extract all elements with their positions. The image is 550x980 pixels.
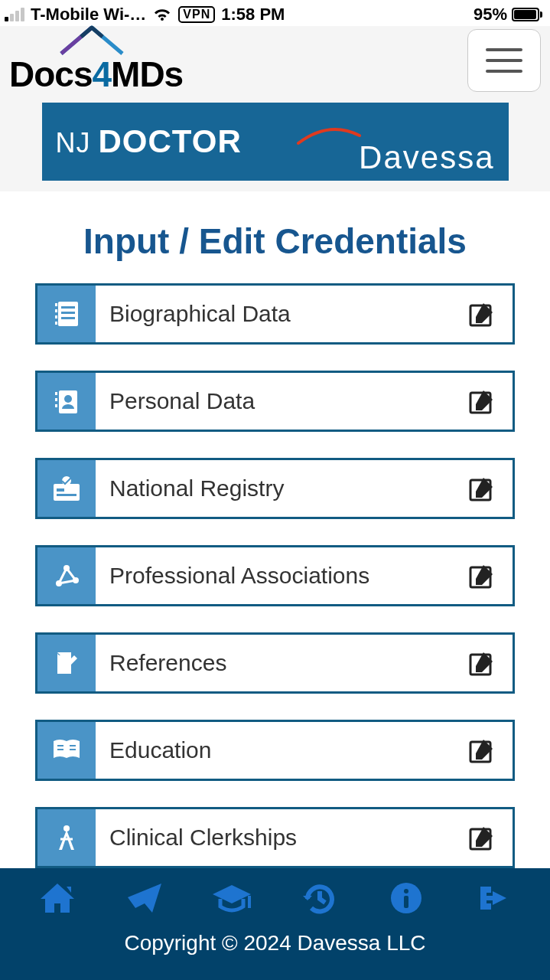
svg-rect-3 xyxy=(61,317,75,319)
credential-item-national-registry[interactable]: National Registry xyxy=(35,458,515,519)
credential-item-professional-associations[interactable]: Professional Associations xyxy=(35,545,515,606)
book-open-icon xyxy=(37,722,96,779)
id-card-icon xyxy=(37,373,96,430)
credential-item-biographical[interactable]: Biographical Data xyxy=(35,283,515,345)
credential-label: References xyxy=(96,635,451,691)
nav-info-button[interactable] xyxy=(384,879,428,917)
status-bar: T-Mobile Wi-… VPN 1:58 PM 95% xyxy=(0,0,550,26)
credential-label: Professional Associations xyxy=(96,547,451,604)
app-logo: Docs4MDs xyxy=(9,57,183,92)
credential-item-education[interactable]: Education xyxy=(35,720,515,781)
edit-icon[interactable] xyxy=(451,373,513,430)
svg-rect-4 xyxy=(55,303,57,306)
svg-rect-7 xyxy=(55,322,57,325)
nav-logout-button[interactable] xyxy=(471,879,516,917)
svg-rect-16 xyxy=(57,488,64,492)
svg-rect-6 xyxy=(55,315,57,318)
credential-label: Clinical Clerkships xyxy=(96,809,451,866)
clipboard-pen-icon xyxy=(37,635,96,691)
bottom-nav: Copyright © 2024 Davessa LLC xyxy=(0,868,550,980)
svg-rect-2 xyxy=(61,312,75,314)
svg-point-10 xyxy=(64,395,72,403)
logo-text-mds: MDs xyxy=(111,54,183,94)
credential-label: Biographical Data xyxy=(96,286,451,342)
menu-button[interactable] xyxy=(467,29,541,92)
svg-rect-17 xyxy=(57,494,76,496)
compass-icon xyxy=(37,809,96,866)
edit-icon[interactable] xyxy=(451,286,513,342)
notebook-icon xyxy=(37,286,96,342)
nav-home-button[interactable] xyxy=(35,879,80,917)
banner-nj-label: NJ xyxy=(56,127,91,159)
svg-point-18 xyxy=(62,476,71,485)
credential-item-references[interactable]: References xyxy=(35,632,515,694)
logo-text-docs: Docs xyxy=(9,54,92,94)
svg-rect-1 xyxy=(61,306,75,309)
nav-send-button[interactable] xyxy=(122,879,167,917)
svg-rect-5 xyxy=(55,309,57,312)
credential-item-clinical-clerkships[interactable]: Clinical Clerkships xyxy=(35,807,515,868)
svg-rect-35 xyxy=(404,896,408,908)
edit-icon[interactable] xyxy=(451,547,513,604)
credential-label: National Registry xyxy=(96,460,451,517)
edit-icon[interactable] xyxy=(451,460,513,517)
credential-item-personal[interactable]: Personal Data xyxy=(35,371,515,432)
credential-label: Personal Data xyxy=(96,373,451,430)
wifi-icon xyxy=(152,7,172,22)
banner-doctor-label: DOCTOR xyxy=(99,123,242,160)
battery-percent-label: 95% xyxy=(474,5,507,24)
edit-icon[interactable] xyxy=(451,809,513,866)
battery-icon xyxy=(512,8,542,21)
copyright-label: Copyright © 2024 Davessa LLC xyxy=(124,931,425,956)
nav-history-button[interactable] xyxy=(297,879,341,917)
edit-icon[interactable] xyxy=(451,635,513,691)
logo-roof-icon xyxy=(46,23,138,58)
app-header: Docs4MDs NJ DOCTOR Davessa xyxy=(0,26,550,191)
banner-brand-label: Davessa xyxy=(359,139,494,176)
credential-label: Education xyxy=(96,722,451,779)
edit-icon[interactable] xyxy=(451,722,513,779)
nav-education-button[interactable] xyxy=(210,879,254,917)
banner-swoosh-icon xyxy=(295,124,363,147)
svg-point-34 xyxy=(404,889,408,893)
svg-rect-13 xyxy=(55,404,57,407)
clock-label: 1:58 PM xyxy=(221,5,285,24)
badge-card-icon xyxy=(37,460,96,517)
network-icon xyxy=(37,547,96,604)
vpn-badge: VPN xyxy=(178,6,215,23)
carrier-label: T-Mobile Wi-… xyxy=(31,5,146,24)
credentials-list: Biographical Data Personal Data National… xyxy=(0,283,550,868)
page-title: Input / Edit Credentials xyxy=(0,220,550,262)
svg-rect-15 xyxy=(54,484,80,501)
logo-text-four: 4 xyxy=(92,54,111,94)
svg-rect-11 xyxy=(55,392,57,395)
banner: NJ DOCTOR Davessa xyxy=(42,103,509,181)
svg-rect-12 xyxy=(55,398,57,401)
signal-strength-icon xyxy=(5,8,24,21)
